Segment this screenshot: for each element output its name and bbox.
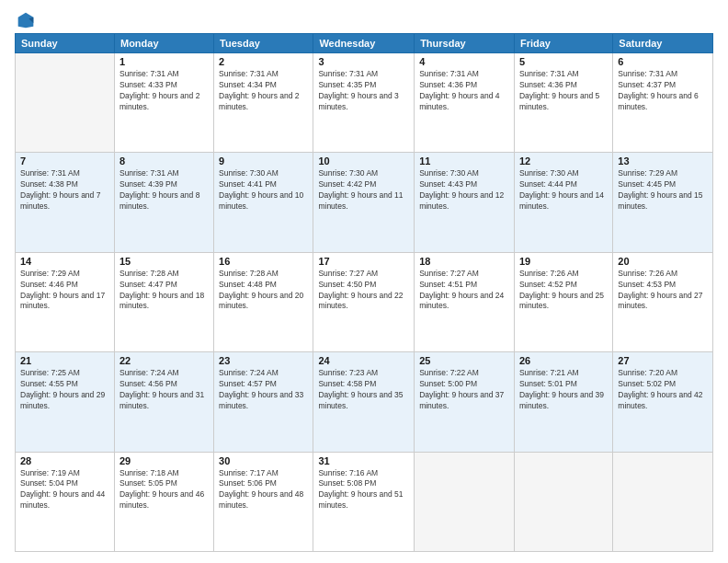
- calendar-cell: 23Sunrise: 7:24 AMSunset: 4:57 PMDayligh…: [214, 352, 313, 452]
- calendar-cell: 26Sunrise: 7:21 AMSunset: 5:01 PMDayligh…: [514, 352, 612, 452]
- day-header-thursday: Thursday: [415, 34, 515, 53]
- day-number: 7: [20, 155, 109, 167]
- day-info: Sunrise: 7:24 AMSunset: 4:57 PMDaylight:…: [219, 368, 308, 412]
- calendar-week-2: 7Sunrise: 7:31 AMSunset: 4:38 PMDaylight…: [16, 153, 713, 252]
- logo-text: [15, 11, 35, 29]
- day-header-friday: Friday: [514, 34, 612, 53]
- day-header-monday: Monday: [114, 34, 213, 53]
- day-number: 18: [419, 256, 509, 267]
- day-info: Sunrise: 7:30 AMSunset: 4:41 PMDaylight:…: [219, 168, 308, 213]
- day-info: Sunrise: 7:24 AMSunset: 4:56 PMDaylight:…: [119, 368, 209, 412]
- calendar-cell: 2Sunrise: 7:31 AMSunset: 4:34 PMDaylight…: [214, 53, 313, 153]
- day-number: 21: [20, 355, 109, 366]
- day-number: 5: [519, 56, 608, 67]
- day-info: Sunrise: 7:17 AMSunset: 5:06 PMDaylight:…: [219, 468, 308, 512]
- day-info: Sunrise: 7:26 AMSunset: 4:52 PMDaylight:…: [519, 269, 608, 313]
- day-info: Sunrise: 7:28 AMSunset: 4:48 PMDaylight:…: [219, 269, 308, 313]
- day-number: 19: [519, 256, 608, 267]
- day-info: Sunrise: 7:27 AMSunset: 4:51 PMDaylight:…: [419, 269, 509, 313]
- day-number: 14: [20, 256, 109, 267]
- calendar-cell: [613, 452, 713, 551]
- day-number: 12: [519, 155, 608, 167]
- day-info: Sunrise: 7:22 AMSunset: 5:00 PMDaylight:…: [419, 368, 509, 412]
- day-info: Sunrise: 7:28 AMSunset: 4:47 PMDaylight:…: [119, 269, 209, 313]
- calendar-week-4: 21Sunrise: 7:25 AMSunset: 4:55 PMDayligh…: [16, 352, 713, 452]
- day-info: Sunrise: 7:31 AMSunset: 4:36 PMDaylight:…: [419, 69, 509, 113]
- calendar-cell: 18Sunrise: 7:27 AMSunset: 4:51 PMDayligh…: [415, 252, 515, 351]
- day-number: 10: [318, 155, 409, 167]
- calendar-cell: [16, 53, 115, 153]
- calendar-cell: 30Sunrise: 7:17 AMSunset: 5:06 PMDayligh…: [214, 452, 313, 551]
- day-info: Sunrise: 7:18 AMSunset: 5:05 PMDaylight:…: [119, 468, 209, 512]
- day-info: Sunrise: 7:25 AMSunset: 4:55 PMDaylight:…: [20, 368, 109, 412]
- calendar-week-5: 28Sunrise: 7:19 AMSunset: 5:04 PMDayligh…: [16, 452, 713, 551]
- day-number: 29: [119, 455, 209, 466]
- day-info: Sunrise: 7:29 AMSunset: 4:46 PMDaylight:…: [20, 269, 109, 313]
- day-number: 3: [318, 56, 409, 67]
- day-header-tuesday: Tuesday: [214, 34, 313, 53]
- calendar-cell: 13Sunrise: 7:29 AMSunset: 4:45 PMDayligh…: [613, 153, 713, 252]
- calendar-week-3: 14Sunrise: 7:29 AMSunset: 4:46 PMDayligh…: [16, 252, 713, 351]
- day-number: 23: [219, 355, 308, 366]
- day-number: 8: [119, 155, 209, 167]
- day-number: 15: [119, 256, 209, 267]
- calendar-cell: 11Sunrise: 7:30 AMSunset: 4:43 PMDayligh…: [415, 153, 515, 252]
- day-info: Sunrise: 7:21 AMSunset: 5:01 PMDaylight:…: [519, 368, 608, 412]
- calendar-header-row: SundayMondayTuesdayWednesdayThursdayFrid…: [16, 34, 713, 53]
- day-number: 9: [219, 155, 308, 167]
- calendar-cell: 15Sunrise: 7:28 AMSunset: 4:47 PMDayligh…: [114, 252, 213, 351]
- calendar-cell: 14Sunrise: 7:29 AMSunset: 4:46 PMDayligh…: [16, 252, 115, 351]
- day-info: Sunrise: 7:31 AMSunset: 4:36 PMDaylight:…: [519, 69, 608, 113]
- day-number: 16: [219, 256, 308, 267]
- day-info: Sunrise: 7:31 AMSunset: 4:39 PMDaylight:…: [119, 168, 209, 213]
- calendar-cell: 16Sunrise: 7:28 AMSunset: 4:48 PMDayligh…: [214, 252, 313, 351]
- day-info: Sunrise: 7:30 AMSunset: 4:42 PMDaylight:…: [318, 168, 409, 213]
- calendar-cell: 24Sunrise: 7:23 AMSunset: 4:58 PMDayligh…: [313, 352, 415, 452]
- calendar-cell: 7Sunrise: 7:31 AMSunset: 4:38 PMDaylight…: [16, 153, 115, 252]
- day-number: 26: [519, 355, 608, 366]
- day-number: 24: [318, 355, 409, 366]
- calendar-cell: 4Sunrise: 7:31 AMSunset: 4:36 PMDaylight…: [415, 53, 515, 153]
- day-number: 2: [219, 56, 308, 67]
- page: SundayMondayTuesdayWednesdayThursdayFrid…: [0, 0, 728, 563]
- day-number: 28: [20, 455, 109, 466]
- calendar-cell: 21Sunrise: 7:25 AMSunset: 4:55 PMDayligh…: [16, 352, 115, 452]
- calendar-cell: 6Sunrise: 7:31 AMSunset: 4:37 PMDaylight…: [613, 53, 713, 153]
- day-info: Sunrise: 7:31 AMSunset: 4:34 PMDaylight:…: [219, 69, 308, 113]
- day-info: Sunrise: 7:16 AMSunset: 5:08 PMDaylight:…: [318, 468, 409, 512]
- day-info: Sunrise: 7:31 AMSunset: 4:37 PMDaylight:…: [618, 69, 708, 113]
- calendar-cell: 27Sunrise: 7:20 AMSunset: 5:02 PMDayligh…: [613, 352, 713, 452]
- day-info: Sunrise: 7:20 AMSunset: 5:02 PMDaylight:…: [618, 368, 708, 412]
- day-info: Sunrise: 7:30 AMSunset: 4:43 PMDaylight:…: [419, 168, 509, 213]
- calendar-cell: 12Sunrise: 7:30 AMSunset: 4:44 PMDayligh…: [514, 153, 612, 252]
- day-number: 6: [618, 56, 708, 67]
- day-number: 13: [618, 155, 708, 167]
- calendar-cell: [514, 452, 612, 551]
- calendar-cell: 17Sunrise: 7:27 AMSunset: 4:50 PMDayligh…: [313, 252, 415, 351]
- calendar-cell: 19Sunrise: 7:26 AMSunset: 4:52 PMDayligh…: [514, 252, 612, 351]
- day-number: 30: [219, 455, 308, 466]
- day-number: 11: [419, 155, 509, 167]
- calendar-cell: 1Sunrise: 7:31 AMSunset: 4:33 PMDaylight…: [114, 53, 213, 153]
- day-number: 31: [318, 455, 409, 466]
- calendar-cell: 9Sunrise: 7:30 AMSunset: 4:41 PMDaylight…: [214, 153, 313, 252]
- calendar-cell: 28Sunrise: 7:19 AMSunset: 5:04 PMDayligh…: [16, 452, 115, 551]
- day-number: 4: [419, 56, 509, 67]
- day-info: Sunrise: 7:31 AMSunset: 4:33 PMDaylight:…: [119, 69, 209, 113]
- day-info: Sunrise: 7:23 AMSunset: 4:58 PMDaylight:…: [318, 368, 409, 412]
- day-header-saturday: Saturday: [613, 34, 713, 53]
- logo-icon: [17, 11, 35, 29]
- day-number: 22: [119, 355, 209, 366]
- day-header-sunday: Sunday: [16, 34, 115, 53]
- calendar-week-1: 1Sunrise: 7:31 AMSunset: 4:33 PMDaylight…: [16, 53, 713, 153]
- day-info: Sunrise: 7:30 AMSunset: 4:44 PMDaylight:…: [519, 168, 608, 213]
- day-info: Sunrise: 7:19 AMSunset: 5:04 PMDaylight:…: [20, 468, 109, 512]
- calendar-cell: 29Sunrise: 7:18 AMSunset: 5:05 PMDayligh…: [114, 452, 213, 551]
- calendar-cell: [415, 452, 515, 551]
- day-header-wednesday: Wednesday: [313, 34, 415, 53]
- calendar-cell: 3Sunrise: 7:31 AMSunset: 4:35 PMDaylight…: [313, 53, 415, 153]
- day-number: 1: [119, 56, 209, 67]
- day-info: Sunrise: 7:31 AMSunset: 4:35 PMDaylight:…: [318, 69, 409, 113]
- calendar-cell: 5Sunrise: 7:31 AMSunset: 4:36 PMDaylight…: [514, 53, 612, 153]
- day-number: 27: [618, 355, 708, 366]
